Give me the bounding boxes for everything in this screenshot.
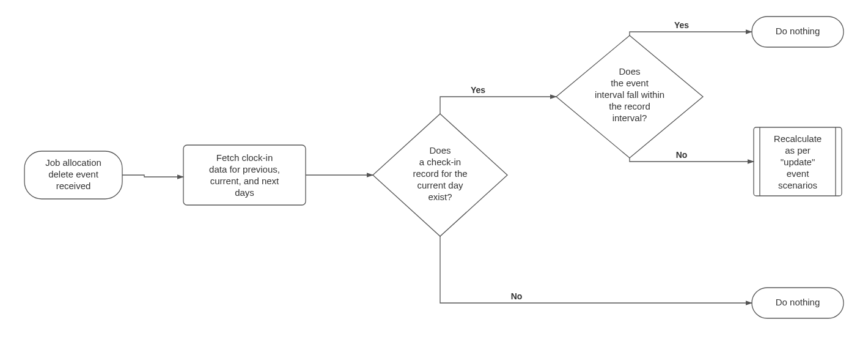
node-checkin-line4: current day xyxy=(417,180,463,190)
node-checkin-line1: Does xyxy=(429,145,451,155)
node-fetch-line3: current, and next xyxy=(210,176,279,186)
node-do-nothing-bottom: Do nothing xyxy=(752,288,844,318)
edge-interval-no-label: No xyxy=(676,150,688,160)
edge-checkin-no-label: No xyxy=(511,291,523,301)
node-interval-line1: Does xyxy=(619,66,640,77)
node-interval-within: Does the event interval fall within the … xyxy=(556,36,703,158)
node-do-nothing-bottom-label: Do nothing xyxy=(776,297,820,307)
node-recalc-line1: Recalculate xyxy=(774,133,822,144)
edge-start-fetch xyxy=(122,175,183,177)
edge-checkin-yes xyxy=(440,97,556,114)
node-fetch-line1: Fetch clock-in xyxy=(216,152,273,163)
node-fetch: Fetch clock-in data for previous, curren… xyxy=(183,145,306,205)
node-interval-line3: interval fall within xyxy=(595,89,664,100)
edge-interval-yes-label: Yes xyxy=(674,20,689,30)
node-recalc-line4: event xyxy=(787,168,810,179)
node-recalc-line5: scenarios xyxy=(778,180,817,190)
edge-checkin-yes-label: Yes xyxy=(471,85,485,95)
node-checkin-exists: Does a check-in record for the current d… xyxy=(373,114,507,236)
node-interval-line2: the event xyxy=(611,78,649,88)
node-interval-line4: the record xyxy=(609,101,650,111)
node-fetch-line2: data for previous, xyxy=(209,164,280,174)
node-start-line3: received xyxy=(56,181,91,191)
edge-checkin-no xyxy=(440,236,752,303)
node-do-nothing-top: Do nothing xyxy=(752,17,844,47)
node-recalculate: Recalculate as per "update" event scenar… xyxy=(754,127,842,196)
node-checkin-line5: exist? xyxy=(428,192,452,202)
node-start-line1: Job allocation xyxy=(45,157,101,168)
node-do-nothing-top-label: Do nothing xyxy=(776,26,820,36)
node-recalc-line3: "update" xyxy=(781,157,815,167)
node-start: Job allocation delete event received xyxy=(24,151,122,199)
edge-interval-no xyxy=(630,158,754,162)
node-fetch-line4: days xyxy=(235,187,254,198)
node-recalc-line2: as per xyxy=(785,145,811,155)
flowchart-canvas: Job allocation delete event received Fet… xyxy=(0,0,868,355)
node-interval-line5: interval? xyxy=(612,113,647,123)
node-checkin-line2: a check-in xyxy=(419,157,461,167)
node-checkin-line3: record for the xyxy=(413,168,467,179)
edge-interval-yes xyxy=(630,32,752,36)
node-start-line2: delete event xyxy=(48,169,99,179)
